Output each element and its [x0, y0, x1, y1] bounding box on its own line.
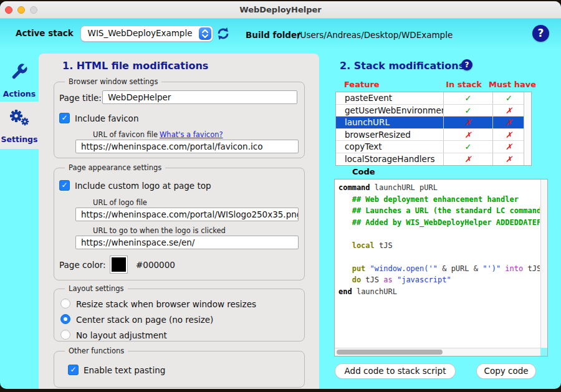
- sidebar-item-settings[interactable]: Settings: [0, 102, 39, 149]
- scrollbar-corner: [540, 348, 547, 356]
- window-title: WebDeployHelper: [0, 5, 561, 14]
- cross-icon: ✗: [492, 117, 525, 128]
- whats-a-favicon-link[interactable]: What's a favicon?: [160, 130, 223, 139]
- stack-help-icon[interactable]: ?: [461, 59, 472, 70]
- build-folder-path: /Users/Andreas/Desktop/WDExample: [297, 30, 453, 40]
- check-icon: ✓: [443, 105, 492, 117]
- content-area: Actions: [0, 49, 561, 389]
- layout-radio-0[interactable]: [60, 299, 70, 308]
- logo-click-url-input[interactable]: https://wheninspace.se/en/: [75, 236, 299, 249]
- feature-column-header: Feature: [344, 80, 380, 89]
- sidebar-settings-label: Settings: [0, 135, 39, 144]
- top-bar: Active stack WIS_WebDeployExample Build …: [0, 19, 561, 49]
- group-legend: Layout settings: [65, 284, 128, 293]
- sidebar-item-actions[interactable]: Actions: [0, 54, 39, 102]
- sidebar-actions-label: Actions: [0, 89, 39, 98]
- add-code-button[interactable]: Add code to stack script: [335, 364, 455, 378]
- logo-click-url-label: URL to go to when the logo is clicked: [93, 226, 226, 235]
- refresh-icon[interactable]: [216, 27, 230, 41]
- table-row[interactable]: launchURL✗✗: [336, 117, 531, 129]
- check-icon: ✓: [443, 92, 492, 104]
- feature-name: pasteEvent: [336, 93, 443, 103]
- in-stack-column-header: In stack: [436, 80, 491, 89]
- group-legend: Other functions: [65, 347, 128, 355]
- check-icon: ✓: [443, 141, 492, 153]
- active-stack-dropdown[interactable]: WIS_WebDeployExample: [81, 26, 213, 41]
- code-label: Code: [352, 167, 375, 176]
- include-favicon-label: Include favicon: [75, 113, 138, 123]
- html-panel-title: 1. HTML file modifications: [62, 60, 208, 72]
- layout-radio-2[interactable]: [60, 330, 70, 340]
- group-legend: Page appearance settings: [65, 163, 165, 172]
- feature-name: browserResized: [336, 130, 443, 140]
- help-icon[interactable]: ?: [532, 25, 549, 42]
- enable-text-pasting-label: Enable text pasting: [84, 365, 165, 375]
- favicon-url-input[interactable]: https://wheninspace.com/portal/favicon.i…: [75, 140, 299, 153]
- code-box[interactable]: command launchURL pURL ## Web deployment…: [334, 179, 548, 356]
- include-logo-label: Include custom logo at page top: [75, 181, 211, 191]
- feature-table: pasteEvent✓✓getUserWebEnvironment✓✗launc…: [335, 92, 532, 166]
- table-row[interactable]: copyText✓✗: [336, 141, 531, 153]
- group-legend: Browser window settings: [65, 77, 161, 86]
- layout-radio-label: Center stack on page (no resize): [76, 315, 213, 325]
- table-row[interactable]: pasteEvent✓✓: [336, 92, 531, 105]
- layout-settings-group: Layout settings Resize stack when browse…: [54, 289, 305, 342]
- enable-text-pasting-checkbox[interactable]: ✓: [68, 365, 79, 375]
- dropdown-stepper-icon[interactable]: [199, 27, 211, 40]
- cross-icon: ✗: [443, 117, 492, 128]
- active-stack-label: Active stack: [16, 28, 74, 38]
- page-title-input[interactable]: WebDepHelper: [102, 90, 297, 104]
- feature-name: copyText: [336, 141, 443, 151]
- page-appearance-settings-group: Page appearance settings ✓ Include custo…: [54, 168, 305, 280]
- scrollbar-thumb[interactable]: [337, 350, 443, 355]
- gears-icon: [0, 108, 39, 130]
- cross-icon: ✗: [492, 141, 525, 153]
- page-title-label: Page title:: [59, 93, 102, 103]
- stack-panel-title: 2. Stack modifications: [340, 60, 464, 72]
- include-logo-checkbox[interactable]: ✓: [59, 180, 70, 191]
- build-folder-label: Build folder: [246, 30, 301, 40]
- include-favicon-checkbox[interactable]: ✓: [59, 113, 70, 123]
- cross-icon: ✗: [492, 129, 525, 141]
- layout-radio-label: Resize stack when browser window resizes: [76, 299, 256, 309]
- cross-icon: ✗: [492, 105, 525, 117]
- logo-url-input[interactable]: https://wheninspace.com/portal/WISlogo25…: [75, 208, 299, 221]
- cross-icon: ✗: [492, 153, 525, 166]
- feature-name: launchURL: [336, 117, 443, 127]
- layout-radio-label: No layout adjustment: [76, 330, 167, 340]
- code-text: command launchURL pURL ## Web deployment…: [338, 182, 540, 347]
- feature-name: localStorageHandlers: [336, 154, 443, 164]
- title-bar: WebDeployHelper: [0, 1, 561, 19]
- app-window: WebDeployHelper Active stack WIS_WebDepl…: [0, 1, 561, 389]
- browser-window-settings-group: Browser window settings Page title: WebD…: [54, 82, 305, 158]
- favicon-url-label: URL of favicon file: [93, 130, 158, 139]
- copy-code-button[interactable]: Copy code: [477, 364, 535, 378]
- table-row[interactable]: getUserWebEnvironment✓✗: [336, 105, 531, 117]
- code-horizontal-scrollbar[interactable]: [335, 348, 540, 356]
- table-scrollbar[interactable]: [524, 92, 531, 165]
- feature-table-rows: pasteEvent✓✓getUserWebEnvironment✓✗launc…: [336, 92, 531, 165]
- cross-icon: ✗: [443, 129, 492, 141]
- active-stack-value: WIS_WebDeployExample: [86, 28, 194, 38]
- cross-icon: ✗: [443, 153, 492, 166]
- page-color-label: Page color:: [59, 260, 106, 270]
- table-row[interactable]: browserResized✗✗: [336, 129, 531, 141]
- page-color-hex: #000000: [136, 260, 175, 270]
- code-vertical-scrollbar[interactable]: [540, 179, 547, 348]
- other-functions-group: Other functions ✓ Enable text pasting: [54, 351, 305, 388]
- feature-name: getUserWebEnvironment: [336, 105, 443, 115]
- layout-radio-1[interactable]: [60, 314, 70, 324]
- check-icon: ✓: [492, 92, 525, 104]
- must-have-column-header: Must have: [486, 80, 539, 89]
- table-row[interactable]: localStorageHandlers✗✗: [336, 153, 531, 166]
- wrench-icon: [0, 62, 39, 84]
- logo-url-label: URL of logo file: [93, 198, 147, 207]
- page-color-swatch[interactable]: [110, 256, 127, 273]
